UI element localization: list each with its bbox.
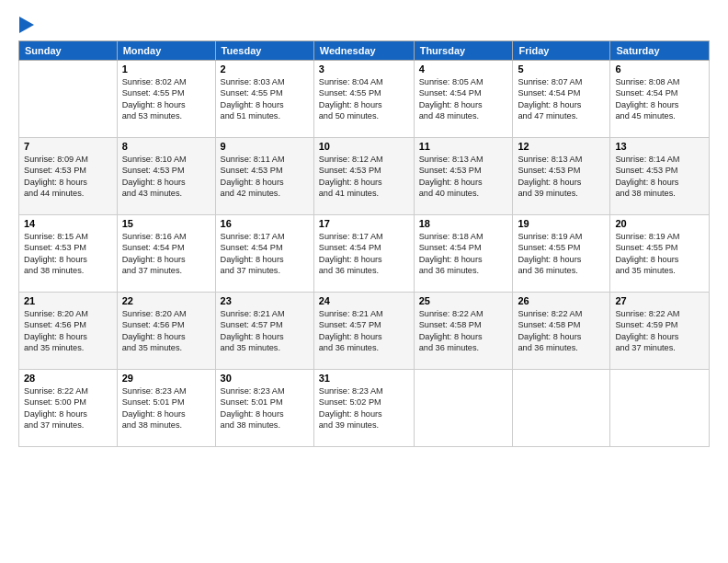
day-info: Sunrise: 8:21 AM Sunset: 4:57 PM Dayligh… [221,308,309,354]
day-number: 3 [319,63,409,75]
day-number: 15 [122,218,210,229]
day-number: 23 [221,295,309,306]
day-info: Sunrise: 8:07 AM Sunset: 4:54 PM Dayligh… [518,76,605,122]
day-number: 20 [615,218,704,229]
calendar-cell: 28Sunrise: 8:22 AM Sunset: 5:00 PM Dayli… [19,370,118,447]
calendar-cell: 23Sunrise: 8:21 AM Sunset: 4:57 PM Dayli… [215,293,313,370]
day-info: Sunrise: 8:23 AM Sunset: 5:01 PM Dayligh… [221,385,309,431]
day-info: Sunrise: 8:08 AM Sunset: 4:54 PM Dayligh… [615,76,704,122]
calendar-cell [19,61,118,138]
day-info: Sunrise: 8:05 AM Sunset: 4:54 PM Dayligh… [419,76,508,122]
calendar-weekday-wednesday: Wednesday [313,41,414,61]
calendar-cell [513,370,610,447]
day-number: 2 [221,63,309,75]
calendar-cell: 20Sunrise: 8:19 AM Sunset: 4:55 PM Dayli… [610,215,710,293]
calendar-weekday-monday: Monday [117,41,215,61]
calendar-week-row: 28Sunrise: 8:22 AM Sunset: 5:00 PM Dayli… [19,370,710,447]
calendar-cell: 8Sunrise: 8:10 AM Sunset: 4:53 PM Daylig… [117,138,215,215]
calendar-weekday-saturday: Saturday [610,41,710,61]
calendar-week-row: 14Sunrise: 8:15 AM Sunset: 4:53 PM Dayli… [19,215,710,293]
day-number: 16 [221,218,309,229]
calendar-cell: 31Sunrise: 8:23 AM Sunset: 5:02 PM Dayli… [313,370,414,447]
day-number: 5 [518,63,605,75]
day-info: Sunrise: 8:13 AM Sunset: 4:53 PM Dayligh… [419,154,508,200]
day-number: 29 [122,373,210,384]
day-info: Sunrise: 8:18 AM Sunset: 4:54 PM Dayligh… [419,231,508,277]
day-number: 19 [518,218,605,229]
calendar-cell: 5Sunrise: 8:07 AM Sunset: 4:54 PM Daylig… [513,61,610,138]
day-number: 26 [518,295,605,306]
day-number: 28 [24,373,112,384]
day-info: Sunrise: 8:19 AM Sunset: 4:55 PM Dayligh… [518,231,605,277]
day-info: Sunrise: 8:20 AM Sunset: 4:56 PM Dayligh… [24,308,112,354]
calendar-cell: 30Sunrise: 8:23 AM Sunset: 5:01 PM Dayli… [215,370,313,447]
day-number: 9 [221,141,309,152]
calendar-cell: 15Sunrise: 8:16 AM Sunset: 4:54 PM Dayli… [117,215,215,293]
day-number: 4 [419,63,508,75]
calendar-cell: 17Sunrise: 8:17 AM Sunset: 4:54 PM Dayli… [313,215,414,293]
day-info: Sunrise: 8:02 AM Sunset: 4:55 PM Dayligh… [122,76,210,122]
day-info: Sunrise: 8:14 AM Sunset: 4:53 PM Dayligh… [615,154,704,200]
day-number: 10 [319,141,409,152]
calendar-cell: 16Sunrise: 8:17 AM Sunset: 4:54 PM Dayli… [215,215,313,293]
day-info: Sunrise: 8:17 AM Sunset: 4:54 PM Dayligh… [221,231,309,277]
page: SundayMondayTuesdayWednesdayThursdayFrid… [0,0,728,563]
day-info: Sunrise: 8:13 AM Sunset: 4:53 PM Dayligh… [518,154,605,200]
day-info: Sunrise: 8:17 AM Sunset: 4:54 PM Dayligh… [319,231,409,277]
calendar-header-row: SundayMondayTuesdayWednesdayThursdayFrid… [19,41,710,61]
day-info: Sunrise: 8:10 AM Sunset: 4:53 PM Dayligh… [122,154,210,200]
header [18,17,710,33]
calendar-cell: 7Sunrise: 8:09 AM Sunset: 4:53 PM Daylig… [19,138,118,215]
day-number: 14 [24,218,112,229]
day-number: 27 [615,295,704,306]
calendar-week-row: 21Sunrise: 8:20 AM Sunset: 4:56 PM Dayli… [19,293,710,370]
day-info: Sunrise: 8:12 AM Sunset: 4:53 PM Dayligh… [319,154,409,200]
day-number: 13 [615,141,704,152]
day-info: Sunrise: 8:23 AM Sunset: 5:01 PM Dayligh… [122,385,210,431]
calendar-cell: 18Sunrise: 8:18 AM Sunset: 4:54 PM Dayli… [414,215,513,293]
calendar-cell: 4Sunrise: 8:05 AM Sunset: 4:54 PM Daylig… [414,61,513,138]
day-info: Sunrise: 8:22 AM Sunset: 5:00 PM Dayligh… [24,385,112,431]
day-info: Sunrise: 8:22 AM Sunset: 4:59 PM Dayligh… [615,308,704,354]
logo [18,17,34,33]
calendar-cell: 22Sunrise: 8:20 AM Sunset: 4:56 PM Dayli… [117,293,215,370]
calendar-cell: 10Sunrise: 8:12 AM Sunset: 4:53 PM Dayli… [313,138,414,215]
day-info: Sunrise: 8:11 AM Sunset: 4:53 PM Dayligh… [221,154,309,200]
day-info: Sunrise: 8:21 AM Sunset: 4:57 PM Dayligh… [319,308,409,354]
calendar-cell: 1Sunrise: 8:02 AM Sunset: 4:55 PM Daylig… [117,61,215,138]
day-number: 7 [24,141,112,152]
calendar-week-row: 7Sunrise: 8:09 AM Sunset: 4:53 PM Daylig… [19,138,710,215]
day-number: 21 [24,295,112,306]
calendar-week-row: 1Sunrise: 8:02 AM Sunset: 4:55 PM Daylig… [19,61,710,138]
day-info: Sunrise: 8:03 AM Sunset: 4:55 PM Dayligh… [221,76,309,122]
calendar-cell [414,370,513,447]
calendar-cell [610,370,710,447]
day-info: Sunrise: 8:20 AM Sunset: 4:56 PM Dayligh… [122,308,210,354]
calendar-weekday-tuesday: Tuesday [215,41,313,61]
calendar-weekday-thursday: Thursday [414,41,513,61]
calendar-table: SundayMondayTuesdayWednesdayThursdayFrid… [18,40,710,447]
day-number: 1 [122,63,210,75]
day-info: Sunrise: 8:09 AM Sunset: 4:53 PM Dayligh… [24,154,112,200]
calendar-cell: 9Sunrise: 8:11 AM Sunset: 4:53 PM Daylig… [215,138,313,215]
day-number: 12 [518,141,605,152]
calendar-cell: 2Sunrise: 8:03 AM Sunset: 4:55 PM Daylig… [215,61,313,138]
day-number: 25 [419,295,508,306]
calendar-cell: 6Sunrise: 8:08 AM Sunset: 4:54 PM Daylig… [610,61,710,138]
day-number: 6 [615,63,704,75]
day-info: Sunrise: 8:16 AM Sunset: 4:54 PM Dayligh… [122,231,210,277]
calendar-cell: 14Sunrise: 8:15 AM Sunset: 4:53 PM Dayli… [19,215,118,293]
day-number: 22 [122,295,210,306]
calendar-cell: 29Sunrise: 8:23 AM Sunset: 5:01 PM Dayli… [117,370,215,447]
day-number: 17 [319,218,409,229]
logo-arrow-icon [19,17,34,33]
calendar-cell: 19Sunrise: 8:19 AM Sunset: 4:55 PM Dayli… [513,215,610,293]
calendar-cell: 27Sunrise: 8:22 AM Sunset: 4:59 PM Dayli… [610,293,710,370]
calendar-cell: 25Sunrise: 8:22 AM Sunset: 4:58 PM Dayli… [414,293,513,370]
calendar-cell: 3Sunrise: 8:04 AM Sunset: 4:55 PM Daylig… [313,61,414,138]
day-number: 30 [221,373,309,384]
calendar-cell: 26Sunrise: 8:22 AM Sunset: 4:58 PM Dayli… [513,293,610,370]
day-number: 11 [419,141,508,152]
day-info: Sunrise: 8:22 AM Sunset: 4:58 PM Dayligh… [518,308,605,354]
calendar-weekday-friday: Friday [513,41,610,61]
